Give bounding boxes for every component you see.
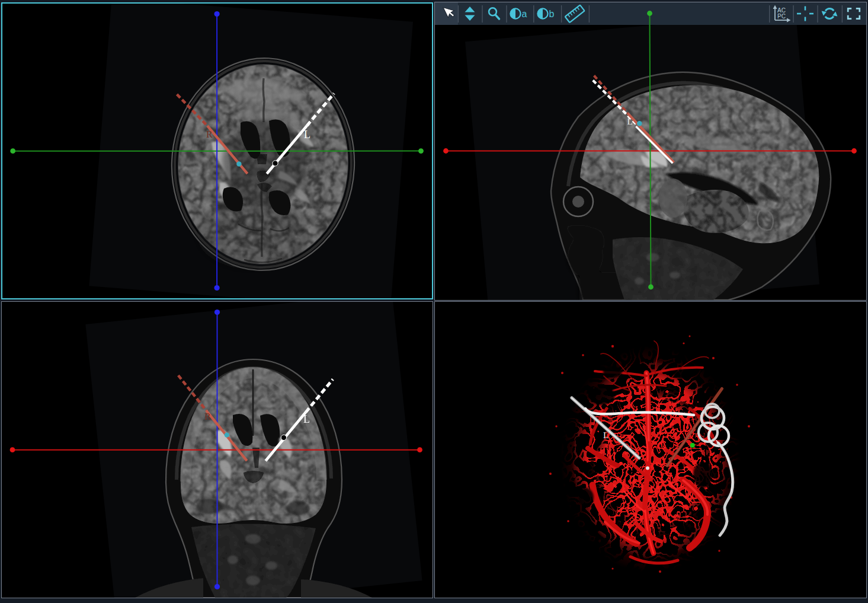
svg-text:L: L: [627, 117, 633, 126]
svg-text:L: L: [304, 129, 310, 141]
svg-text:L: L: [603, 430, 608, 440]
svg-text:R: R: [206, 129, 213, 139]
svg-text:L: L: [303, 413, 310, 425]
svg-text:R: R: [204, 411, 211, 422]
